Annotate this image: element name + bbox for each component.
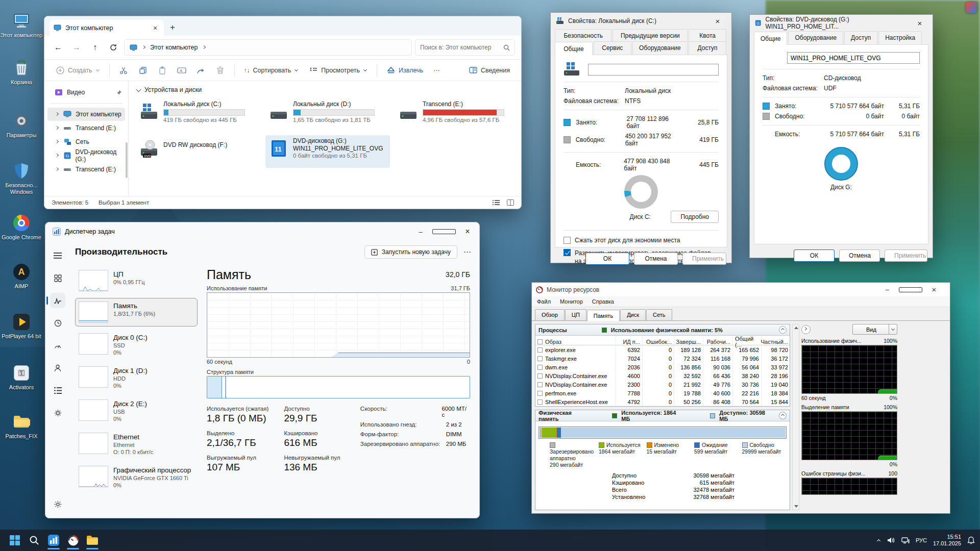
tab-customize[interactable]: Настройка <box>878 31 922 44</box>
tab-close-icon[interactable]: × <box>151 24 160 32</box>
tab-cpu[interactable]: ЦП <box>565 309 586 320</box>
compress-checkbox[interactable] <box>564 237 571 244</box>
process-row[interactable]: NVDisplay.Container.exe 4600 0 32 592 66… <box>535 371 790 380</box>
perf-tile-disk0[interactable]: Диск 0 (C:)SSD0% <box>75 330 198 360</box>
perf-tile-gpu[interactable]: Графический процессорNVIDIA GeForce GTX … <box>75 462 198 492</box>
tab-general[interactable]: Общие <box>754 32 787 45</box>
tab-security[interactable]: Безопасность <box>555 29 611 42</box>
volume-label-input[interactable] <box>588 64 719 76</box>
taskbar-clock[interactable]: 15:51 17.01.2025 <box>933 534 961 547</box>
process-checkbox[interactable] <box>537 347 543 353</box>
volume-label-input[interactable] <box>787 52 920 64</box>
tray-overflow-chevron[interactable] <box>877 539 880 542</box>
tab-memory[interactable]: Память <box>587 310 620 321</box>
drive-tile-c[interactable]: Локальный диск (C:) 419 ГБ свободно из 4… <box>136 98 260 131</box>
process-checkbox[interactable] <box>537 382 543 387</box>
sidebar-item-transcend-2[interactable]: Transcend (E:) <box>47 163 125 176</box>
search-input[interactable]: Поиск в: Этот компьютер <box>415 39 515 56</box>
index-checkbox[interactable] <box>564 249 571 256</box>
details-pane-button[interactable]: Сведения <box>464 63 514 78</box>
perf-tile-memory[interactable]: Память1,8/31,7 ГБ (6%) <box>75 298 198 327</box>
desktop-icon-recycle-bin[interactable]: Корзина <box>0 58 43 86</box>
menu-monitor[interactable]: Монитор <box>560 298 583 305</box>
new-tab-button[interactable]: + <box>170 22 175 33</box>
more-options-button[interactable]: ⋯ <box>463 247 471 257</box>
speaker-icon[interactable] <box>887 537 895 544</box>
process-checkbox[interactable] <box>537 373 543 379</box>
scroll-up-icon[interactable] <box>794 327 798 329</box>
desktop-icon-patches-fix[interactable]: Patches_FIX <box>0 412 43 440</box>
nav-users-icon[interactable] <box>50 360 65 375</box>
address-bar[interactable]: Этот компьютер <box>124 39 412 56</box>
process-row[interactable]: Taskmgr.exe 7024 0 72 324 116 168 79 996… <box>535 354 790 363</box>
desktop-icon-activators[interactable]: ⚿ Activators <box>0 363 43 391</box>
memory-composition-bar[interactable] <box>207 376 470 398</box>
processes-panel-header[interactable]: Процессы Использование физической памяти… <box>535 324 790 336</box>
perf-tile-disk2[interactable]: Диск 2 (E:)USB0% <box>75 396 198 426</box>
menu-file[interactable]: Файл <box>537 298 551 305</box>
nav-details-icon[interactable] <box>50 383 65 398</box>
sidebar-item-dvd-g[interactable]: 11 DVD-дисковод (G:) <box>47 149 125 162</box>
refresh-button[interactable] <box>106 40 121 55</box>
chevron-right-icon[interactable] <box>55 112 59 115</box>
tab-tools[interactable]: Сервис <box>594 41 631 55</box>
close-button[interactable]: × <box>456 222 479 241</box>
menu-hamburger-button[interactable] <box>50 248 65 263</box>
tab-general[interactable]: Общие <box>555 42 593 55</box>
drive-tile-f[interactable]: DVD DVD RW дисковод (F:) <box>136 135 260 168</box>
chevron-right-icon[interactable] <box>55 154 59 157</box>
ok-button[interactable]: ОК <box>794 249 835 262</box>
desktop-icon-potplayer[interactable]: PotPlayer 64 bit <box>0 312 43 340</box>
drive-tile-e[interactable]: Transcend (E:) 4,96 ГБ свободно из 57,6 … <box>395 98 520 131</box>
tab-sharing[interactable]: Доступ <box>689 41 726 55</box>
expand-panel-button[interactable] <box>801 325 811 334</box>
vertical-scrollbar[interactable] <box>792 324 799 510</box>
process-row[interactable]: explorer.exe 6392 0 189 128 264 372 165 … <box>535 345 790 354</box>
sidebar-item-network[interactable]: Сеть <box>47 135 125 148</box>
process-row[interactable]: NVDisplay.Container.exe 2300 0 21 992 49… <box>535 380 790 389</box>
settings-gear-icon[interactable] <box>50 496 65 512</box>
taskbar-file-explorer[interactable] <box>83 531 102 550</box>
chevron-right-icon[interactable] <box>55 139 59 143</box>
minimize-button[interactable]: – <box>875 283 899 296</box>
process-checkbox[interactable] <box>537 365 543 370</box>
share-button[interactable] <box>192 63 210 78</box>
notification-bell-icon[interactable] <box>967 536 975 544</box>
tab-hardware[interactable]: Оборудование <box>788 31 843 44</box>
sidebar-item-transcend[interactable]: Transcend (E:) <box>47 121 125 135</box>
desktop-icon-settings[interactable]: Параметры <box>0 111 43 139</box>
run-new-task-button[interactable]: Запустить новую задачу <box>364 245 457 259</box>
desktop-icon-aimp[interactable]: A AIMP <box>0 262 43 290</box>
nav-services-icon[interactable] <box>50 405 65 420</box>
tab-disk[interactable]: Диск <box>620 309 646 320</box>
collapse-chevron-icon[interactable] <box>779 326 787 334</box>
process-row[interactable]: perfmon.exe 7788 0 19 788 40 600 22 216 … <box>535 389 790 397</box>
view-dropdown[interactable]: Вид <box>852 324 897 335</box>
language-indicator[interactable]: РУС <box>916 537 927 543</box>
apply-button[interactable]: Применить <box>682 253 726 265</box>
close-icon[interactable]: × <box>709 17 726 26</box>
more-button[interactable]: ⋯ <box>429 63 444 77</box>
tab-network[interactable]: Сеть <box>646 309 672 320</box>
explorer-tab[interactable]: Этот компьютер × <box>50 20 164 36</box>
view-button[interactable]: Просмотреть <box>305 63 372 78</box>
eject-button[interactable]: Извлечь <box>382 63 427 78</box>
taskbar-search-button[interactable] <box>24 531 44 550</box>
drive-tile-d[interactable]: Локальный диск (D:) 1,65 ТБ свободно из … <box>265 98 390 131</box>
tab-quota[interactable]: Квота <box>689 29 726 42</box>
create-button[interactable]: Создать <box>52 63 104 78</box>
sidebar-item-video[interactable]: Видео <box>47 86 125 99</box>
taskbar-resource-monitor[interactable] <box>63 531 83 550</box>
copy-button[interactable] <box>134 63 152 78</box>
tab-hardware[interactable]: Оборудование <box>632 41 688 55</box>
cancel-button[interactable]: Отмена <box>634 253 678 265</box>
select-all-checkbox[interactable] <box>537 339 543 344</box>
network-icon[interactable] <box>901 537 910 544</box>
paste-button[interactable] <box>154 63 171 78</box>
tab-previous-versions[interactable]: Предыдущие версии <box>612 29 688 42</box>
menu-help[interactable]: Справка <box>592 298 614 305</box>
nav-processes-icon[interactable] <box>50 270 65 286</box>
collapse-chevron-icon[interactable] <box>779 412 787 419</box>
nav-startup-icon[interactable] <box>50 338 65 353</box>
delete-button[interactable] <box>212 63 229 78</box>
